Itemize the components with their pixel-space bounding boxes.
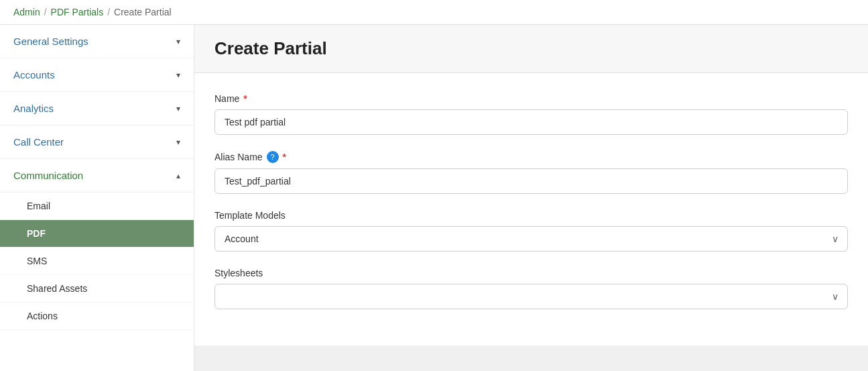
alias-required-star: * [283,152,286,162]
sidebar-item-label: Communication [13,170,83,181]
sidebar-item-accounts[interactable]: Accounts ▾ [0,58,194,92]
template-models-select[interactable]: Account [214,226,848,252]
sidebar-item-analytics[interactable]: Analytics ▾ [0,92,194,125]
template-models-label: Template Models [214,210,848,221]
content-area: Create Partial Name * Alias Name ? * [194,25,868,371]
breadcrumb-sep2: / [107,7,110,17]
name-label: Name * [214,93,848,104]
sidebar-sub-item-shared-assets[interactable]: Shared Assets [0,275,194,303]
chevron-down-icon: ▾ [176,37,180,46]
sidebar-item-call-center[interactable]: Call Center ▾ [0,125,194,159]
breadcrumb: Admin / PDF Partials / Create Partial [0,0,868,25]
page-header: Create Partial [194,25,868,73]
name-form-group: Name * [214,93,848,135]
template-models-form-group: Template Models Account [214,210,848,252]
stylesheets-form-group: Stylesheets [214,268,848,309]
stylesheets-select-wrapper [214,284,848,309]
page-title: Create Partial [214,38,848,59]
sidebar-item-general-settings[interactable]: General Settings ▾ [0,25,194,58]
sidebar: General Settings ▾ Accounts ▾ Analytics … [0,25,194,371]
alias-form-group: Alias Name ? * [214,151,848,194]
template-models-select-wrapper: Account [214,226,848,252]
alias-input[interactable] [214,168,848,194]
name-required-star: * [243,93,247,104]
sidebar-item-label: Accounts [13,69,55,81]
sidebar-item-label: Analytics [13,103,54,114]
sidebar-item-label: Call Center [13,136,64,148]
breadcrumb-sep1: / [44,7,47,17]
form-area: Name * Alias Name ? * Template Models [194,73,868,346]
sidebar-item-communication[interactable]: Communication ▴ [0,159,194,193]
sidebar-sub-item-pdf[interactable]: PDF [0,220,194,248]
breadcrumb-admin[interactable]: Admin [13,7,40,17]
help-icon[interactable]: ? [267,151,279,163]
sidebar-item-label: General Settings [13,36,88,47]
chevron-down-icon: ▾ [176,70,180,80]
sidebar-sub-item-sms[interactable]: SMS [0,248,194,275]
stylesheets-select[interactable] [214,284,848,309]
name-input[interactable] [214,109,848,135]
alias-label: Alias Name ? * [214,151,848,163]
breadcrumb-current: Create Partial [114,7,172,17]
stylesheets-label: Stylesheets [214,268,848,278]
chevron-down-icon: ▾ [176,104,180,113]
chevron-down-icon: ▾ [176,138,180,147]
breadcrumb-pdf-partials[interactable]: PDF Partials [51,7,104,17]
sidebar-sub-item-actions[interactable]: Actions [0,303,194,330]
chevron-up-icon: ▴ [176,171,180,180]
sidebar-sub-item-email[interactable]: Email [0,193,194,220]
